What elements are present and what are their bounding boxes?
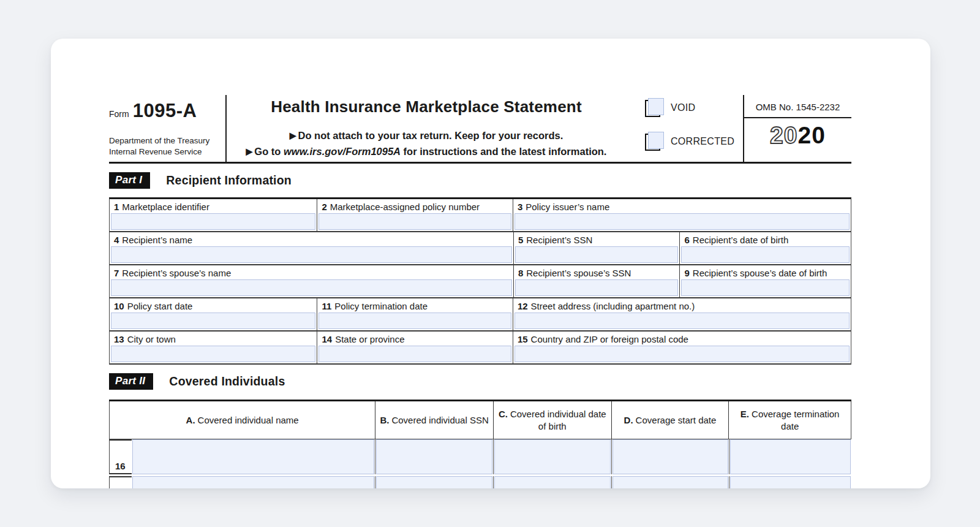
part2-header: Part II Covered Individuals xyxy=(109,373,851,390)
col-c-header: C.Covered individual date of birth xyxy=(493,401,611,439)
row-16-termination-date-input[interactable] xyxy=(730,439,851,474)
field-10-input[interactable] xyxy=(111,313,315,329)
field-14-state-or-province: 14State or province xyxy=(317,332,512,363)
col-a-header: A.Covered individual name xyxy=(110,401,375,439)
field-2-input[interactable] xyxy=(318,213,511,230)
form-word: Form xyxy=(109,109,129,119)
omb-year-block: OMB No. 1545-2232 2020 xyxy=(743,95,851,162)
void-corrected-block: VOID CORRECTED xyxy=(626,95,743,162)
part1-row-3: 7Recipient’s spouse’s name 8Recipient’s … xyxy=(110,265,851,298)
row-16-number: 16 xyxy=(115,461,126,471)
field-14-input[interactable] xyxy=(318,346,511,362)
field-9-spouse-dob: 9Recipient’s spouse’s date of birth xyxy=(679,265,851,297)
field-10-policy-start-date: 10Policy start date xyxy=(110,298,317,330)
col-b-header: B.Covered individual SSN xyxy=(375,401,493,439)
pointer-icon: ▶ xyxy=(290,131,296,140)
field-9-input[interactable] xyxy=(681,279,850,296)
corrected-label: CORRECTED xyxy=(671,136,734,147)
part1-title: Recipient Information xyxy=(166,173,292,188)
form-number-block: Form 1095-A Department of the Treasury I… xyxy=(109,95,227,162)
void-checkbox[interactable] xyxy=(645,98,665,118)
field-3-policy-issuer-name: 3Policy issuer’s name xyxy=(513,199,851,231)
field-2-policy-number: 2Marketplace-assigned policy number xyxy=(317,199,512,231)
row-16-dob-input[interactable] xyxy=(494,439,611,474)
form-header: Form 1095-A Department of the Treasury I… xyxy=(109,95,851,164)
tax-year: 2020 xyxy=(744,122,851,149)
omb-divider xyxy=(744,117,851,118)
row-16-col-d-cell xyxy=(611,439,729,474)
field-8-spouse-ssn: 8Recipient’s spouse’s SSN xyxy=(513,265,680,297)
field-4-recipient-name: 4Recipient’s name xyxy=(110,232,513,264)
field-7-input[interactable] xyxy=(111,279,512,296)
row-16-col-a-cell xyxy=(132,439,375,474)
row-next-col-d-cell xyxy=(611,476,729,488)
checkbox-fill-field[interactable] xyxy=(648,98,664,115)
corrected-checkbox[interactable] xyxy=(645,132,665,151)
field-15-country-zip: 15Country and ZIP or foreign postal code xyxy=(513,332,851,363)
field-11-input[interactable] xyxy=(318,313,511,329)
field-11-policy-termination-date: 11Policy termination date xyxy=(317,298,512,330)
form-1095a: Form 1095-A Department of the Treasury I… xyxy=(109,95,851,488)
row-next-name-input[interactable] xyxy=(132,476,374,488)
field-8-input[interactable] xyxy=(515,279,679,296)
field-5-recipient-ssn: 5Recipient’s SSN xyxy=(513,232,680,264)
instruction-line-2: ▶Go to www.irs.gov/Form1095A for instruc… xyxy=(227,146,626,157)
part1-table: 1Marketplace identifier 2Marketplace-ass… xyxy=(109,197,851,365)
checkbox-fill-field[interactable] xyxy=(648,132,664,149)
omb-number: OMB No. 1545-2232 xyxy=(744,95,851,112)
dept-line-2: Internal Revenue Service xyxy=(109,146,209,157)
row-next-col-a-cell xyxy=(132,476,375,488)
field-1-input[interactable] xyxy=(111,213,315,230)
part2-column-headers: A.Covered individual name B.Covered indi… xyxy=(109,401,851,439)
row-16-col-c-cell xyxy=(493,439,611,474)
part2-table: A.Covered individual name B.Covered indi… xyxy=(109,400,851,488)
field-13-input[interactable] xyxy=(111,346,315,362)
field-4-input[interactable] xyxy=(111,246,512,263)
field-3-input[interactable] xyxy=(514,213,850,230)
field-6-recipient-dob: 6Recipient’s date of birth xyxy=(679,232,851,264)
pointer-icon: ▶ xyxy=(246,146,253,156)
field-12-street-address: 12Street address (including apartment no… xyxy=(513,298,851,330)
void-label: VOID xyxy=(671,102,695,113)
field-5-input[interactable] xyxy=(515,246,679,263)
row-next-dob-input[interactable] xyxy=(494,476,611,488)
row-16-col-e-cell xyxy=(729,439,851,474)
row-next-ssn-input[interactable] xyxy=(376,476,492,488)
part1-row-1: 1Marketplace identifier 2Marketplace-ass… xyxy=(110,199,851,232)
row-next-number-cell xyxy=(109,476,132,488)
row-16-start-date-input[interactable] xyxy=(612,439,728,474)
row-16-number-cell: 16 xyxy=(109,439,132,474)
part2-title: Covered Individuals xyxy=(169,374,285,389)
row-16-col-b-cell xyxy=(375,439,493,474)
form-card: Form 1095-A Department of the Treasury I… xyxy=(51,39,930,488)
row-next-termination-date-input[interactable] xyxy=(730,476,851,488)
field-6-input[interactable] xyxy=(681,246,850,263)
field-7-spouse-name: 7Recipient’s spouse’s name xyxy=(110,265,513,297)
row-next-col-b-cell xyxy=(375,476,493,488)
dept-line-1: Department of the Treasury xyxy=(109,135,209,146)
form-number: 1095-A xyxy=(133,100,197,122)
form-title: Health Insurance Marketplace Statement xyxy=(227,97,626,116)
field-13-city-or-town: 13City or town xyxy=(110,332,317,363)
part1-badge: Part I xyxy=(109,172,150,189)
col-d-header: D.Coverage start date xyxy=(611,401,729,439)
instruction-line-1: ▶Do not attach to your tax return. Keep … xyxy=(227,130,626,142)
irs-url: www.irs.gov/Form1095A xyxy=(284,146,401,157)
field-1-marketplace-identifier: 1Marketplace identifier xyxy=(110,199,317,231)
part1-row-4: 10Policy start date 11Policy termination… xyxy=(110,298,851,332)
row-next-col-e-cell xyxy=(729,476,851,488)
part1-header: Part I Recipient Information xyxy=(109,172,851,189)
row-16-name-input[interactable] xyxy=(132,439,374,474)
row-next-start-date-input[interactable] xyxy=(612,476,728,488)
part2-badge: Part II xyxy=(109,373,153,390)
col-e-header: E.Coverage termination date xyxy=(728,401,851,439)
covered-individual-row-16: 16 xyxy=(109,439,851,474)
row-next-col-c-cell xyxy=(493,476,611,488)
form-title-block: Health Insurance Marketplace Statement ▶… xyxy=(227,95,626,162)
part1-row-5: 13City or town 14State or province 15Cou… xyxy=(110,332,851,365)
part1-row-2: 4Recipient’s name 5Recipient’s SSN 6Reci… xyxy=(110,232,851,265)
covered-individual-row-next xyxy=(109,476,851,488)
field-12-input[interactable] xyxy=(514,313,850,329)
field-15-input[interactable] xyxy=(514,346,850,362)
row-16-ssn-input[interactable] xyxy=(376,439,492,474)
